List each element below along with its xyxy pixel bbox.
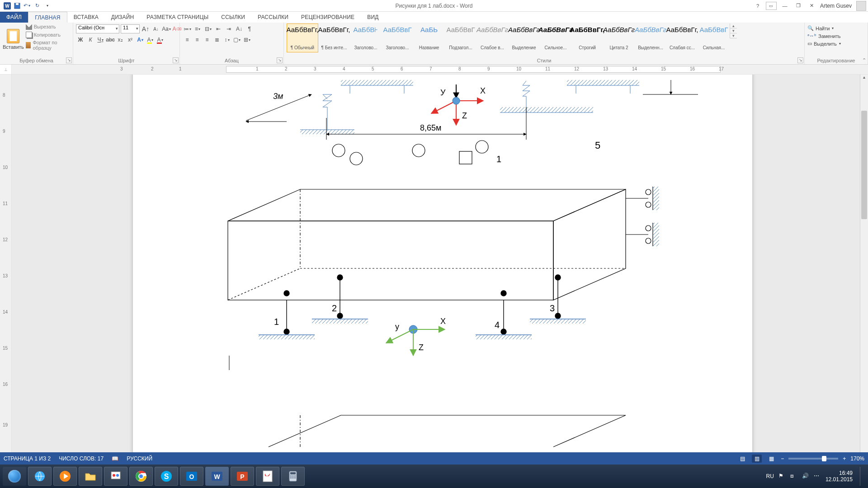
show-desktop-button[interactable] [860,467,865,486]
paragraph-dialog-launcher[interactable]: ↘ [277,57,283,63]
style-сильная-[interactable]: АаБбВвГСильная... [698,23,730,52]
task-ie[interactable] [28,467,52,486]
style-выделение[interactable]: АаБбВвГгВыделение [508,23,540,52]
tab-mailings[interactable]: РАССЫЛКИ [251,12,295,23]
status-words[interactable]: ЧИСЛО СЛОВ: 17 [59,455,104,462]
copy-button[interactable]: Копировать [26,32,70,38]
cut-button[interactable]: Вырезать [26,23,70,30]
styles-dialog-launcher[interactable]: ↘ [797,57,803,63]
zoom-out-button[interactable]: − [781,455,784,462]
status-proof-icon[interactable]: 📖 [112,455,118,462]
user-name[interactable]: Artem Gusev [820,3,854,9]
document-canvas[interactable]: X У Z 8,65м 3м [12,75,860,471]
style-подзагол-[interactable]: АаБбВвГПодзагол... [445,23,476,52]
bold-button[interactable]: Ж [76,35,85,44]
styles-up-button[interactable]: ▴ [730,23,737,28]
style-заголово-[interactable]: АаБбВвГЗаголово... [382,23,413,52]
shrink-font-button[interactable]: A↓ [151,24,160,33]
start-button[interactable] [3,467,26,486]
tray-language[interactable]: RU [766,473,774,479]
ruler-corner[interactable]: ⊥ [0,65,12,74]
style-сильное-[interactable]: АаБбВвГгСильное... [540,23,571,52]
vertical-scrollbar[interactable]: ▴ ▾ [860,75,868,471]
styles-down-button[interactable]: ▾ [730,28,737,33]
styles-more-button[interactable]: ▾ [730,33,737,38]
zoom-level[interactable]: 170% [850,455,864,462]
restore-icon[interactable]: ❐ [793,2,804,10]
task-paint[interactable] [104,467,127,486]
style-цитата-2[interactable]: АаБбВвГгЦитата 2 [603,23,635,52]
task-chrome[interactable] [129,467,153,486]
style-строгий[interactable]: АаБбВвГг,Строгий [571,23,603,52]
task-explorer[interactable] [79,467,102,486]
highlight-color-button[interactable]: A▾ [146,35,155,44]
multilevel-list-button[interactable]: ⊟▾ [203,24,212,33]
collapse-ribbon-icon[interactable]: ⌃ [862,57,866,63]
increase-indent-button[interactable]: ⇥ [224,24,233,33]
grow-font-button[interactable]: A↑ [141,24,150,33]
tray-extra-icon[interactable]: ⋯ [814,473,821,480]
font-name-select[interactable]: Calibri (Осн▾ [76,24,119,33]
numbering-button[interactable]: ≡▾ [193,24,202,33]
font-color-button[interactable]: A▾ [156,35,165,44]
bullets-button[interactable]: ≔▾ [183,24,192,33]
minimize-icon[interactable]: — [779,2,790,10]
show-marks-button[interactable]: ¶ [245,24,254,33]
underline-button[interactable]: Ч▾ [96,35,105,44]
zoom-slider[interactable] [788,458,838,460]
tab-references[interactable]: ССЫЛКИ [215,12,251,23]
superscript-button[interactable]: x² [126,35,135,44]
align-left-button[interactable]: ≡ [183,35,192,44]
borders-button[interactable]: ⊞▾ [242,35,251,44]
zoom-in-button[interactable]: + [843,455,846,462]
tray-clock[interactable]: 16:49 12.01.2015 [826,470,853,483]
web-layout-button[interactable]: ▦ [766,455,776,463]
task-word[interactable]: W [205,467,229,486]
undo-icon[interactable]: ↶▾ [24,2,31,9]
vertical-ruler[interactable]: 891011121314151619 [0,75,12,471]
strikethrough-button[interactable]: abc [106,35,115,44]
decrease-indent-button[interactable]: ⇤ [214,24,223,33]
tab-layout[interactable]: РАЗМЕТКА СТРАНИЦЫ [140,12,215,23]
task-wmp[interactable] [53,467,77,486]
qat-customize-icon[interactable]: ▾ [44,2,51,9]
task-skype[interactable]: S [155,467,178,486]
style--обычный[interactable]: АаБбВвГг,¶ Обычный [287,23,318,52]
style-выделенн-[interactable]: АаБбВвГгВыделенн... [635,23,666,52]
task-acrobat[interactable] [256,467,279,486]
tray-volume-icon[interactable]: 🔊 [802,473,809,480]
help-icon[interactable]: ? [752,2,763,10]
redo-icon[interactable]: ↻ [33,2,41,9]
read-mode-button[interactable]: ▤ [737,455,747,463]
tab-view[interactable]: ВИД [361,12,385,23]
justify-button[interactable]: ≣ [212,35,222,44]
tab-home[interactable]: ГЛАВНАЯ [28,12,67,23]
format-painter-button[interactable]: Формат по образцу [26,40,70,51]
task-outlook[interactable]: O [180,467,203,486]
print-layout-button[interactable]: ▥ [752,455,762,463]
line-spacing-button[interactable]: ↕▾ [222,35,231,44]
task-powerpoint[interactable]: P [231,467,254,486]
align-center-button[interactable]: ≡ [193,35,202,44]
font-dialog-launcher[interactable]: ↘ [173,57,179,63]
tab-file[interactable]: ФАЙЛ [0,12,28,23]
task-calc[interactable] [281,467,305,486]
italic-button[interactable]: К [86,35,95,44]
ribbon-display-icon[interactable]: ▭ [766,2,777,10]
find-button[interactable]: 🔍Найти▾ [807,25,841,31]
clipboard-dialog-launcher[interactable]: ↘ [66,57,72,63]
status-page[interactable]: СТРАНИЦА 1 ИЗ 2 [4,455,51,462]
save-icon[interactable] [14,2,21,9]
change-case-button[interactable]: Aa▾ [162,24,171,33]
horizontal-ruler[interactable]: 3211234567891011121314151617 [12,65,868,74]
style--без-инте-[interactable]: АаБбВвГг,¶ Без инте... [318,23,350,52]
font-size-select[interactable]: 11▾ [121,24,140,33]
style-слабая-сс-[interactable]: АаБбВвГг,Слабая сс... [666,23,698,52]
shading-button[interactable]: ▢▾ [232,35,241,44]
select-button[interactable]: ▭Выделить▾ [807,41,841,47]
style-название[interactable]: АаБЬНазвание [413,23,445,52]
status-language[interactable]: РУССКИЙ [127,455,152,462]
tray-action-center-icon[interactable]: ⚑ [778,473,786,480]
scroll-thumb[interactable] [861,111,867,219]
replace-button[interactable]: ᵃ↔ᵇЗаменить [807,33,841,39]
